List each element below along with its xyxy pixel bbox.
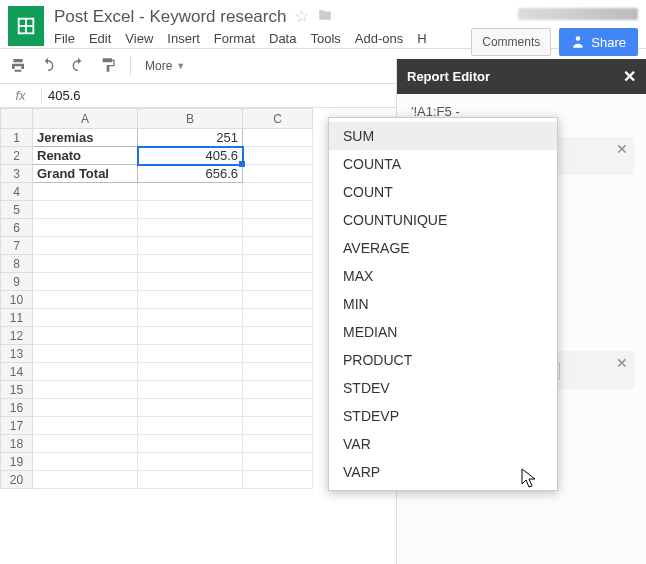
- row-header[interactable]: 13: [1, 345, 33, 363]
- row-header[interactable]: 11: [1, 309, 33, 327]
- menu-file[interactable]: File: [54, 31, 75, 46]
- row-header[interactable]: 4: [1, 183, 33, 201]
- cell[interactable]: [138, 273, 243, 291]
- cell[interactable]: [33, 183, 138, 201]
- share-button[interactable]: Share: [559, 28, 638, 56]
- cell[interactable]: [243, 435, 313, 453]
- cell[interactable]: [243, 417, 313, 435]
- dropdown-item-average[interactable]: AVERAGE: [329, 234, 557, 262]
- cell[interactable]: [243, 327, 313, 345]
- cell[interactable]: [243, 219, 313, 237]
- print-icon[interactable]: [10, 57, 26, 76]
- cell[interactable]: [138, 363, 243, 381]
- dropdown-item-product[interactable]: PRODUCT: [329, 346, 557, 374]
- cell[interactable]: [243, 291, 313, 309]
- dismiss-icon[interactable]: ✕: [616, 141, 628, 157]
- menu-insert[interactable]: Insert: [167, 31, 200, 46]
- undo-icon[interactable]: [40, 57, 56, 76]
- row-header[interactable]: 20: [1, 471, 33, 489]
- select-all-corner[interactable]: [1, 109, 33, 129]
- row-header[interactable]: 10: [1, 291, 33, 309]
- account-email[interactable]: [518, 8, 638, 20]
- cell-a3[interactable]: Grand Total: [33, 165, 138, 183]
- cell[interactable]: [243, 273, 313, 291]
- row-header[interactable]: 5: [1, 201, 33, 219]
- col-header-b[interactable]: B: [138, 109, 243, 129]
- dropdown-item-count[interactable]: COUNT: [329, 178, 557, 206]
- cell[interactable]: [33, 345, 138, 363]
- cell[interactable]: [33, 417, 138, 435]
- dropdown-item-countunique[interactable]: COUNTUNIQUE: [329, 206, 557, 234]
- toolbar-more[interactable]: More▼: [145, 59, 185, 73]
- cell[interactable]: [243, 453, 313, 471]
- cell[interactable]: [138, 327, 243, 345]
- folder-icon[interactable]: [317, 7, 333, 27]
- cell-b1[interactable]: 251: [138, 129, 243, 147]
- menu-edit[interactable]: Edit: [89, 31, 111, 46]
- dismiss-icon[interactable]: ✕: [616, 355, 628, 371]
- cell[interactable]: [138, 237, 243, 255]
- cell[interactable]: [243, 363, 313, 381]
- cell[interactable]: [138, 255, 243, 273]
- star-icon[interactable]: ☆: [294, 6, 309, 27]
- cell[interactable]: [33, 255, 138, 273]
- cell[interactable]: [33, 381, 138, 399]
- row-header[interactable]: 18: [1, 435, 33, 453]
- paint-format-icon[interactable]: [100, 57, 116, 76]
- cell[interactable]: [243, 255, 313, 273]
- cell[interactable]: [33, 471, 138, 489]
- dropdown-item-var[interactable]: VAR: [329, 430, 557, 458]
- close-icon[interactable]: ✕: [623, 67, 636, 86]
- cell[interactable]: [138, 291, 243, 309]
- cell-c3[interactable]: [243, 165, 313, 183]
- col-header-c[interactable]: C: [243, 109, 313, 129]
- cell[interactable]: [138, 471, 243, 489]
- cell[interactable]: [138, 417, 243, 435]
- cell[interactable]: [33, 273, 138, 291]
- cell[interactable]: [138, 453, 243, 471]
- cell[interactable]: [243, 399, 313, 417]
- row-header[interactable]: 7: [1, 237, 33, 255]
- cell-a1[interactable]: Jeremias: [33, 129, 138, 147]
- menu-data[interactable]: Data: [269, 31, 296, 46]
- dropdown-item-median[interactable]: MEDIAN: [329, 318, 557, 346]
- row-header[interactable]: 2: [1, 147, 33, 165]
- cell[interactable]: [138, 201, 243, 219]
- dropdown-item-sum[interactable]: SUM: [329, 122, 557, 150]
- menu-help[interactable]: H: [417, 31, 426, 46]
- col-header-a[interactable]: A: [33, 109, 138, 129]
- cell[interactable]: [138, 435, 243, 453]
- cell[interactable]: [33, 435, 138, 453]
- dropdown-item-stdevp[interactable]: STDEVP: [329, 402, 557, 430]
- comments-button[interactable]: Comments: [471, 28, 551, 56]
- row-header[interactable]: 9: [1, 273, 33, 291]
- row-header[interactable]: 19: [1, 453, 33, 471]
- cell-c2[interactable]: [243, 147, 313, 165]
- row-header[interactable]: 16: [1, 399, 33, 417]
- dropdown-item-counta[interactable]: COUNTA: [329, 150, 557, 178]
- cell[interactable]: [33, 291, 138, 309]
- cell[interactable]: [138, 399, 243, 417]
- row-header[interactable]: 14: [1, 363, 33, 381]
- row-header[interactable]: 6: [1, 219, 33, 237]
- cell[interactable]: [33, 309, 138, 327]
- cell[interactable]: [243, 381, 313, 399]
- cell[interactable]: [138, 381, 243, 399]
- cell[interactable]: [33, 201, 138, 219]
- cell[interactable]: [138, 219, 243, 237]
- cell[interactable]: [243, 471, 313, 489]
- cell[interactable]: [243, 201, 313, 219]
- cell[interactable]: [33, 327, 138, 345]
- cell[interactable]: [243, 183, 313, 201]
- cell[interactable]: [138, 345, 243, 363]
- sheets-app-icon[interactable]: [8, 6, 44, 46]
- row-header[interactable]: 3: [1, 165, 33, 183]
- cell[interactable]: [243, 345, 313, 363]
- redo-icon[interactable]: [70, 57, 86, 76]
- cell-c1[interactable]: [243, 129, 313, 147]
- row-header[interactable]: 17: [1, 417, 33, 435]
- cell-b2[interactable]: 405.6: [138, 147, 243, 165]
- menu-addons[interactable]: Add-ons: [355, 31, 403, 46]
- cell[interactable]: [33, 363, 138, 381]
- dropdown-item-varp[interactable]: VARP: [329, 458, 557, 486]
